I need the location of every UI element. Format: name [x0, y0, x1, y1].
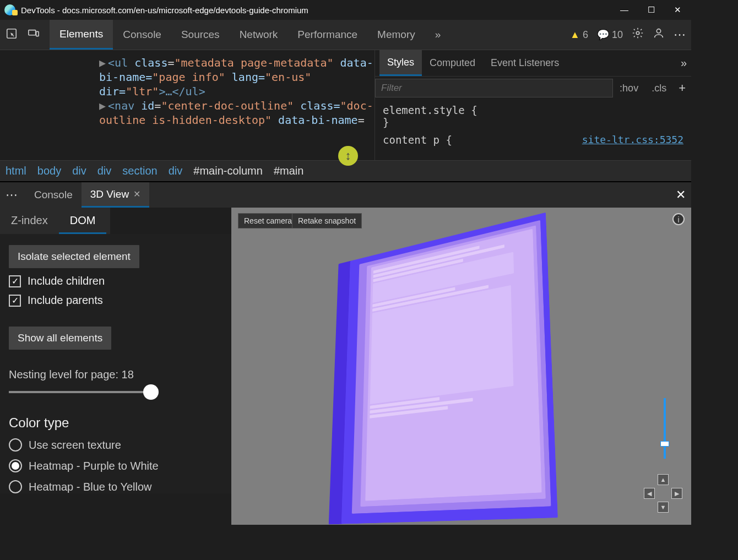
svg-point-4	[656, 29, 660, 33]
color-type-heading: Color type	[9, 415, 223, 431]
main-tabs: Elements Console Sources Network Perform…	[50, 20, 451, 50]
styles-filter-input[interactable]	[375, 79, 613, 97]
zoom-slider-thumb[interactable]	[660, 441, 669, 447]
crumb-div3[interactable]: div	[169, 165, 183, 177]
svg-rect-1	[29, 30, 36, 35]
tab-console[interactable]: Console	[113, 20, 171, 50]
style-rule-elementstyle[interactable]: element.style {	[383, 104, 683, 116]
minimize-button[interactable]: —	[620, 5, 628, 15]
styles-pane: Styles Computed Event Listeners » :hov .…	[375, 50, 691, 160]
show-all-elements-button[interactable]: Show all elements	[9, 327, 111, 350]
dpad-up[interactable]: ▲	[658, 474, 669, 485]
3d-view-sidebar: Isolate selected element Include childre…	[0, 234, 231, 493]
hov-toggle[interactable]: :hov	[613, 83, 645, 94]
radio-heatmap-purple[interactable]	[9, 459, 22, 472]
svg-point-3	[636, 31, 639, 35]
slider-thumb[interactable]	[143, 384, 159, 400]
dpad-left[interactable]: ◀	[644, 488, 655, 499]
app-logo-icon	[4, 4, 15, 15]
dom-ul-tag: <ul	[108, 56, 134, 69]
crumb-section[interactable]: section	[122, 165, 157, 177]
include-children-checkbox[interactable]	[9, 275, 21, 287]
styles-tab-styles[interactable]: Styles	[379, 50, 422, 76]
elements-tree[interactable]: ▶<ul class="metadata page-metadata" data…	[0, 50, 375, 160]
svg-rect-2	[36, 31, 39, 36]
tab-performance[interactable]: Performance	[287, 20, 367, 50]
reset-camera-button[interactable]: Reset camera	[238, 213, 298, 229]
tab-sources[interactable]: Sources	[171, 20, 230, 50]
dpad-down[interactable]: ▼	[658, 502, 669, 513]
drawer-tabs: ⋯ Console 3D View ✕ ✕	[0, 181, 691, 208]
retake-snapshot-button[interactable]: Retake snapshot	[292, 213, 362, 229]
crumb-main[interactable]: #main	[274, 165, 303, 177]
crumb-html[interactable]: html	[6, 165, 26, 177]
crumb-div[interactable]: div	[72, 165, 86, 177]
radio-screen-texture[interactable]	[9, 438, 22, 452]
cls-toggle[interactable]: .cls	[645, 83, 673, 94]
include-parents-checkbox[interactable]	[9, 295, 21, 307]
crumb-body[interactable]: body	[37, 165, 61, 177]
window-title: DevTools - docs.microsoft.com/en-us/micr…	[21, 6, 308, 15]
vertical-resize-handle[interactable]: ↕	[338, 146, 358, 166]
navigation-dpad: ▲ ▼ ◀ ▶	[644, 474, 682, 513]
3d-viewer[interactable]: Reset camera Retake snapshot i ▲	[231, 208, 691, 525]
settings-gear-icon[interactable]	[632, 27, 644, 42]
style-rule-content[interactable]: content p {	[383, 134, 452, 146]
more-menu-icon[interactable]: ⋯	[674, 28, 686, 42]
3d-tab-zindex[interactable]: Z-index	[0, 208, 59, 234]
styles-overflow-icon[interactable]: »	[681, 57, 687, 69]
tab-memory[interactable]: Memory	[367, 20, 425, 50]
info-icon[interactable]: i	[672, 213, 685, 225]
dpad-right[interactable]: ▶	[671, 488, 682, 499]
styles-tab-computed[interactable]: Computed	[422, 50, 483, 76]
nesting-level-slider[interactable]	[9, 391, 152, 393]
window-titlebar: DevTools - docs.microsoft.com/en-us/micr…	[0, 0, 691, 20]
inspect-icon[interactable]	[6, 28, 18, 42]
isolate-element-button[interactable]: Isolate selected element	[9, 245, 139, 268]
styles-tab-listeners[interactable]: Event Listeners	[483, 50, 567, 76]
messages-count[interactable]: 💬 10	[597, 29, 623, 41]
drawer-menu-icon[interactable]: ⋯	[6, 188, 18, 202]
css-source-link[interactable]: site-ltr.css:5352	[582, 134, 683, 145]
device-toggle-icon[interactable]	[28, 28, 40, 42]
maximize-button[interactable]: ☐	[648, 5, 655, 15]
crumb-div2[interactable]: div	[97, 165, 112, 177]
new-style-rule-icon[interactable]: +	[673, 81, 691, 95]
close-tab-icon[interactable]: ✕	[133, 189, 140, 199]
drawer-close-icon[interactable]: ✕	[676, 188, 686, 202]
zoom-slider[interactable]	[664, 398, 666, 459]
profile-icon[interactable]	[653, 27, 665, 42]
dom-nav-tag: <nav	[108, 99, 141, 112]
warnings-count[interactable]: ▲ 6	[570, 29, 588, 41]
drawer-tab-3dview[interactable]: 3D View ✕	[82, 182, 149, 208]
tabs-overflow-icon[interactable]: »	[425, 20, 451, 50]
tab-network[interactable]: Network	[230, 20, 288, 50]
nesting-level-label: Nesting level for page: 18	[9, 368, 223, 381]
close-button[interactable]: ✕	[674, 5, 681, 15]
3d-dom-model[interactable]	[341, 213, 558, 524]
tab-elements[interactable]: Elements	[50, 20, 113, 50]
radio-heatmap-blue[interactable]	[9, 480, 22, 493]
3d-tab-dom[interactable]: DOM	[59, 208, 107, 234]
drawer-tab-console[interactable]: Console	[25, 182, 82, 208]
crumb-maincolumn[interactable]: #main-column	[193, 165, 263, 177]
devtools-toolbar: Elements Console Sources Network Perform…	[0, 20, 691, 50]
